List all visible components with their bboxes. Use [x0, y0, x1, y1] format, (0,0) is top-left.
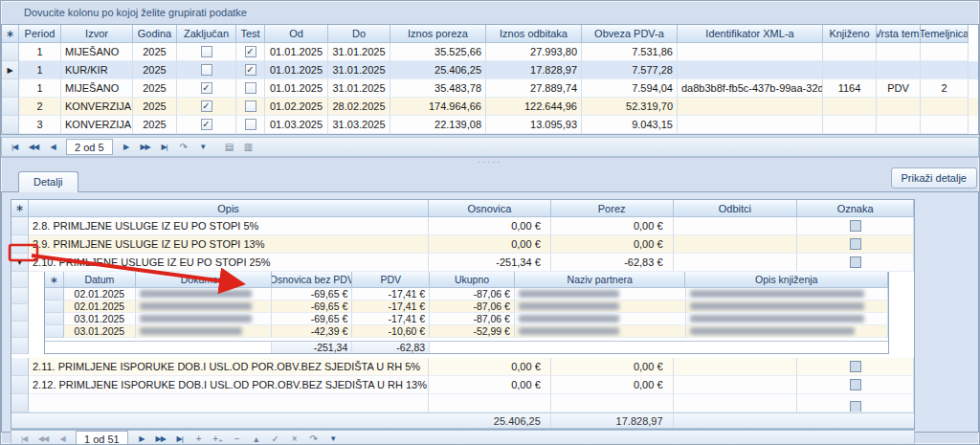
next-record-button[interactable]: ▶: [118, 140, 135, 155]
test-checkbox[interactable]: [245, 100, 256, 112]
commit-icon[interactable]: ✓: [267, 432, 284, 445]
cell-ukupno: -87,06 €: [430, 313, 515, 325]
row-indicator-column: [11, 272, 29, 354]
column-header-dokument[interactable]: Dokument: [136, 272, 273, 288]
first-page-button[interactable]: |◀: [15, 432, 33, 445]
next-record-button[interactable]: ▶: [133, 432, 150, 445]
column-header-obveza-pdv[interactable]: Obveza PDV-a: [582, 25, 678, 43]
add-child-row-icon[interactable]: +₊: [210, 432, 227, 445]
tab-detalji[interactable]: Detalji: [18, 171, 78, 192]
table-row[interactable]: 3 KONVERZIJA 2025 01.03.2025 31.03.2025 …: [2, 116, 978, 134]
column-header-identifikator-xml[interactable]: Identifikator XML-a: [678, 25, 823, 43]
table-row[interactable]: 1 MIJEŠANO 2025 01.01.2025 31.01.2025 35…: [2, 79, 978, 98]
column-header-zakljucan[interactable]: Zaključan: [177, 25, 236, 43]
column-header-datum[interactable]: Datum: [64, 272, 136, 288]
cell-naziv-partnera-redacted: [515, 313, 686, 325]
filter-icon[interactable]: ▼: [324, 432, 342, 445]
table-row[interactable]: 1 MIJEŠANO 2025 01.01.2025 31.01.2025 35…: [2, 43, 978, 61]
cell-porez: 0,00 €: [551, 358, 674, 376]
column-header-osnovica[interactable]: Osnovica: [429, 200, 551, 217]
zakljucan-checkbox[interactable]: [201, 100, 212, 112]
export-doc-icon[interactable]: ▤: [221, 140, 238, 155]
footer-porez-total: 17.828,97: [551, 412, 674, 429]
add-row-icon[interactable]: +: [190, 432, 208, 445]
column-header-naziv-partnera[interactable]: Naziv partnera: [515, 272, 686, 288]
oznaka-checkbox[interactable]: [850, 361, 861, 372]
column-header-iznos-poreza[interactable]: Iznos poreza: [390, 25, 486, 43]
group-by-panel[interactable]: Dovucite kolonu po kojoj želite grupirat…: [1, 1, 979, 24]
column-header-osnovica-bez-pdv[interactable]: Osnovica bez PDV: [272, 272, 352, 288]
cell-pdv: -17,41 €: [352, 300, 430, 313]
redacted-text: [519, 290, 619, 298]
test-checkbox[interactable]: [245, 64, 256, 76]
last-page-button[interactable]: ▶|: [171, 432, 189, 445]
table-row[interactable]: 03.01.2025 -69,65 € -17,41 € -87,06 €: [45, 313, 888, 325]
refresh-icon[interactable]: ↷: [175, 140, 192, 155]
expander-icon[interactable]: ▾: [11, 254, 29, 272]
column-header-temeljnica[interactable]: Temeljnica: [921, 25, 969, 43]
column-header-godina[interactable]: Godina: [133, 25, 177, 43]
cell-dokument-redacted: [136, 325, 273, 338]
column-header-opis[interactable]: Opis: [29, 200, 429, 217]
oznaka-checkbox[interactable]: [850, 401, 861, 412]
column-header-knjizeno[interactable]: Knjiženo: [823, 25, 877, 43]
test-checkbox[interactable]: [245, 82, 256, 94]
table-row[interactable]: 2.8. PRIMLJENE USLUGE IZ EU PO STOPI 5% …: [11, 217, 914, 235]
table-row-selected[interactable]: ▶ 1 KUR/KIR 2025 01.01.2025 31.01.2025 2…: [2, 61, 978, 79]
filter-icon[interactable]: ▼: [194, 140, 212, 155]
table-row[interactable]: 2.9. PRIMLJENE USLUGE IZ EU PO STOPI 13%…: [11, 235, 914, 254]
column-header-pdv[interactable]: PDV: [352, 272, 430, 288]
zakljucan-checkbox[interactable]: [201, 82, 212, 94]
test-checkbox[interactable]: [245, 46, 256, 57]
column-header-do[interactable]: Do: [328, 25, 390, 43]
column-header-iznos-odbitaka[interactable]: Iznos odbitaka: [486, 25, 582, 43]
table-row[interactable]: 03.01.2025 -42,39 € -10,60 € -52,99 €: [45, 325, 888, 338]
zakljucan-checkbox[interactable]: [201, 119, 212, 130]
edit-row-icon[interactable]: ▴: [248, 432, 265, 445]
table-row-expanded[interactable]: ▾ 2.10. PRIMLJENE USLUGE IZ EU PO STOPI …: [11, 254, 914, 272]
cell-opis-knjizenja-redacted: [686, 325, 889, 338]
cancel-icon[interactable]: ×: [286, 432, 303, 445]
column-header-ukupno[interactable]: Ukupno: [430, 272, 515, 288]
export-doc2-icon[interactable]: ▥: [240, 140, 257, 155]
prev-record-button[interactable]: ◀: [54, 432, 71, 445]
table-row[interactable]: 2 KONVERZIJA 2025 01.02.2025 28.02.2025 …: [2, 98, 978, 116]
column-header-period[interactable]: Period: [19, 25, 61, 43]
column-header-opis-knjizenja[interactable]: Opis knjiženja: [685, 272, 888, 288]
column-header-odbitci[interactable]: Odbitci: [674, 200, 798, 217]
column-header-porez[interactable]: Porez: [551, 200, 674, 217]
column-header-izvor[interactable]: Izvor: [61, 25, 133, 43]
next-pageset-button[interactable]: ▶▶: [152, 432, 169, 445]
zakljucan-checkbox[interactable]: [201, 64, 212, 76]
oznaka-checkbox[interactable]: [850, 220, 861, 232]
prev-record-button[interactable]: ◀: [44, 140, 61, 155]
table-row[interactable]: 02.01.2025 -69,65 € -17,41 € -87,06 €: [45, 300, 888, 313]
cell-osnovica: 0,00 €: [429, 217, 551, 235]
horizontal-splitter[interactable]: ·····: [1, 157, 979, 166]
delete-row-icon[interactable]: −: [229, 432, 246, 445]
next-pageset-button[interactable]: ▶▶: [137, 140, 154, 155]
test-checkbox[interactable]: [245, 119, 256, 130]
prev-pageset-button[interactable]: ◀◀: [25, 140, 42, 155]
cell-identifikator: da8b3b8f-fb5c-437b-99aa-32de: [678, 79, 823, 98]
first-page-button[interactable]: |◀: [6, 140, 23, 155]
oznaka-checkbox[interactable]: [850, 379, 861, 390]
column-header-oznaka[interactable]: Oznaka: [797, 200, 914, 217]
cell-obveza-pdv: 7.594,04: [582, 79, 678, 98]
show-details-button[interactable]: Prikaži detalje: [891, 167, 977, 189]
column-header-od[interactable]: Od: [265, 25, 328, 43]
column-header-test[interactable]: Test: [236, 25, 265, 43]
table-row[interactable]: 02.01.2025 -69,65 € -17,41 € -87,06 €: [45, 288, 888, 300]
last-page-button[interactable]: ▶|: [156, 140, 173, 155]
footer-osnovica-total: 25.406,25: [429, 412, 551, 429]
column-header-vrsta-tem[interactable]: Vrsta tem.: [877, 25, 921, 43]
table-row[interactable]: 2.12. PRIMLJENE ISPORUKE DOB.I USL.OD PO…: [11, 376, 914, 394]
table-row-clipped[interactable]: [11, 394, 914, 412]
table-row[interactable]: 2.11. PRIMLJENE ISPORUKE DOB.I USL.OD PO…: [11, 358, 914, 376]
oznaka-checkbox[interactable]: [850, 238, 861, 250]
prev-pageset-button[interactable]: ◀◀: [34, 432, 52, 445]
oznaka-checkbox[interactable]: [850, 256, 861, 268]
refresh-icon[interactable]: ↷: [305, 432, 323, 445]
zakljucan-checkbox[interactable]: [201, 46, 212, 57]
cell-test: [236, 98, 265, 116]
